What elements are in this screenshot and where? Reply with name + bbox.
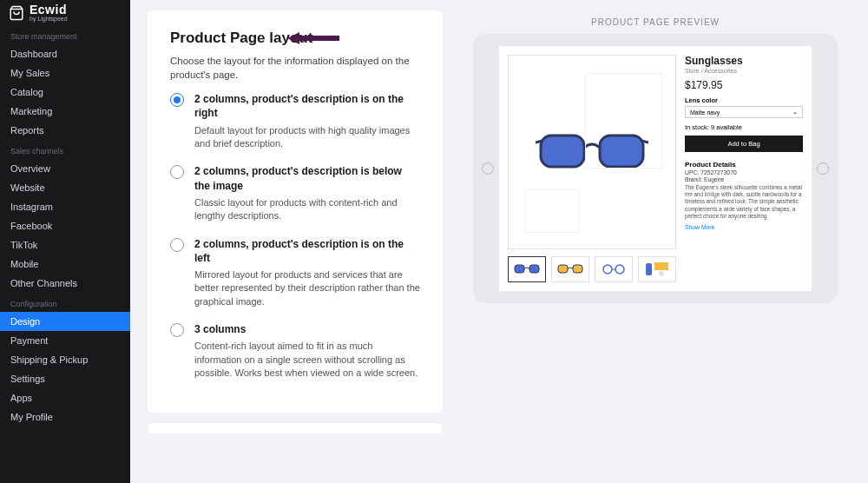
svg-rect-8: [558, 265, 568, 273]
sidebar-item-settings[interactable]: Settings: [0, 369, 130, 388]
sidebar: Ecwid by Lightspeed Store management Das…: [0, 0, 130, 483]
stock-status: In stock: 9 available: [685, 123, 803, 131]
sidebar-item-dashboard[interactable]: Dashboard: [0, 44, 130, 63]
card-title: Product Page layout: [170, 30, 312, 47]
thumb-2[interactable]: [551, 256, 589, 282]
section-label-config: Configuration: [0, 293, 130, 312]
sidebar-item-my-sales[interactable]: My Sales: [0, 63, 130, 83]
attr-label: Lens color: [685, 96, 803, 104]
sidebar-item-apps[interactable]: Apps: [0, 388, 130, 407]
option-below[interactable]: 2 columns, product's description is belo…: [170, 164, 420, 222]
option-desc: Mirrored layout for products and service…: [194, 268, 420, 308]
svg-rect-7: [529, 265, 539, 273]
sidebar-item-other-channels[interactable]: Other Channels: [0, 274, 130, 293]
lens-color-select[interactable]: Matte navy ⌄: [685, 106, 803, 118]
radio-icon[interactable]: [170, 165, 184, 179]
sidebar-item-tiktok[interactable]: TikTok: [0, 235, 130, 255]
brand-line: Brand: Eugene: [685, 176, 803, 182]
sidebar-item-payment[interactable]: Payment: [0, 331, 130, 350]
chevron-down-icon: ⌄: [792, 109, 798, 116]
annotation-arrow-icon: [287, 30, 339, 50]
svg-point-15: [659, 271, 664, 276]
thumb-4[interactable]: [638, 256, 676, 282]
thumb-1[interactable]: [508, 256, 546, 282]
sidebar-item-catalog[interactable]: Catalog: [0, 83, 130, 102]
preview-panel: PRODUCT PAGE PREVIEW: [460, 10, 851, 473]
svg-rect-13: [646, 263, 652, 275]
option-right[interactable]: 2 columns, product's description is on t…: [170, 92, 420, 150]
svg-line-4: [536, 141, 542, 142]
option-title: 3 columns: [194, 322, 420, 336]
option-desc: Default layout for products with high qu…: [194, 124, 420, 151]
option-title: 2 columns, product's description is on t…: [194, 237, 420, 265]
upc-line: UPC: 72527273070: [685, 169, 803, 175]
radio-icon[interactable]: [170, 323, 184, 337]
option-title: 2 columns, product's description is on t…: [194, 92, 420, 120]
option-desc: Classic layout for products with content…: [194, 196, 420, 223]
main-content: Product Page layout Choose the layout fo…: [130, 0, 868, 483]
main-product-image: [508, 55, 676, 249]
sidebar-item-facebook[interactable]: Facebook: [0, 216, 130, 235]
select-value: Matte navy: [690, 109, 720, 116]
layout-card: Product Page layout Choose the layout fo…: [148, 10, 443, 413]
product-price: $179.95: [685, 79, 803, 91]
show-more-link[interactable]: Show More: [685, 224, 803, 230]
option-3col[interactable]: 3 columns Content-rich layout aimed to f…: [170, 322, 420, 380]
svg-rect-14: [654, 262, 668, 270]
logo-subtext: by Lightspeed: [30, 16, 68, 22]
sidebar-item-overview[interactable]: Overview: [0, 159, 130, 178]
section-label-store: Store management: [0, 25, 130, 44]
long-description: The Eugene's sleek silhouette combines a…: [685, 184, 803, 220]
svg-rect-6: [515, 265, 524, 273]
layout-options: 2 columns, product's description is on t…: [170, 92, 420, 380]
sidebar-item-design[interactable]: Design: [0, 312, 130, 331]
tablet-frame: Sunglasses Store / Accessories $179.95 L…: [473, 34, 838, 303]
preview-images: [508, 55, 676, 282]
tablet-home-icon: [817, 162, 829, 175]
option-title: 2 columns, product's description is belo…: [194, 164, 420, 192]
svg-point-11: [615, 265, 624, 274]
svg-rect-9: [573, 265, 582, 273]
preview-label: PRODUCT PAGE PREVIEW: [591, 17, 720, 27]
sidebar-item-mobile[interactable]: Mobile: [0, 255, 130, 274]
option-left[interactable]: 2 columns, product's description is on t…: [170, 237, 420, 309]
shopping-bag-icon: [9, 5, 24, 21]
thumbnail-row: [508, 256, 676, 282]
sidebar-item-shipping[interactable]: Shipping & Pickup: [0, 350, 130, 369]
sidebar-item-reports[interactable]: Reports: [0, 121, 130, 140]
svg-point-10: [603, 265, 612, 274]
product-title: Sunglasses: [685, 55, 803, 67]
tablet-home-icon: [482, 162, 494, 175]
radio-icon[interactable]: [170, 238, 184, 252]
card-desc: Choose the layout for the information di…: [170, 54, 420, 82]
breadcrumb: Store / Accessories: [685, 68, 803, 74]
logo-text: Ecwid: [30, 3, 68, 16]
sidebar-item-instagram[interactable]: Instagram: [0, 197, 130, 216]
preview-screen: Sunglasses Store / Accessories $179.95 L…: [499, 46, 812, 291]
thumb-3[interactable]: [595, 256, 633, 282]
sidebar-item-website[interactable]: Website: [0, 178, 130, 197]
preview-details: Sunglasses Store / Accessories $179.95 L…: [685, 55, 803, 282]
next-card-peek: [148, 423, 443, 433]
sidebar-item-my-profile[interactable]: My Profile: [0, 407, 130, 427]
svg-marker-1: [287, 32, 339, 44]
sidebar-item-marketing[interactable]: Marketing: [0, 102, 130, 121]
logo: Ecwid by Lightspeed: [0, 0, 130, 25]
option-desc: Content-rich layout aimed to fit in as m…: [194, 340, 420, 380]
add-to-bag-button[interactable]: Add to Bag: [685, 136, 803, 152]
radio-icon[interactable]: [170, 93, 184, 107]
details-heading: Product Details: [685, 161, 803, 169]
section-label-sales: Sales channels: [0, 140, 130, 159]
svg-rect-2: [541, 136, 584, 167]
